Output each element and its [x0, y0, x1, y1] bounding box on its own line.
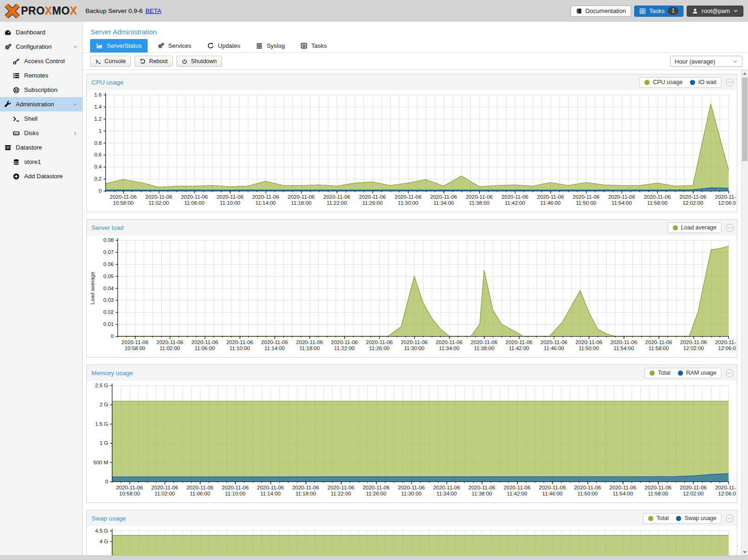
svg-text:11:22:00: 11:22:00: [331, 491, 351, 496]
legend-item-total[interactable]: Total: [648, 515, 669, 521]
legend-item-total[interactable]: Total: [650, 370, 670, 376]
svg-text:11:02:00: 11:02:00: [160, 345, 180, 351]
chart-legend: CPU usageIO wait: [639, 77, 722, 88]
svg-text:11:58:00: 11:58:00: [647, 200, 668, 206]
legend-item-load-average[interactable]: Load average: [673, 224, 716, 231]
svg-text:11:06:00: 11:06:00: [184, 200, 205, 206]
svg-text:2020-11-06: 2020-11-06: [430, 194, 457, 200]
svg-text:11:02:00: 11:02:00: [155, 491, 175, 496]
scroll-up-arrow-icon[interactable]: [741, 70, 748, 77]
shutdown-button[interactable]: Shutdown: [176, 56, 222, 67]
svg-text:2020-11-06: 2020-11-06: [468, 485, 495, 490]
svg-text:2020-11-06: 2020-11-06: [401, 339, 428, 345]
svg-text:2020-11-06: 2020-11-06: [501, 194, 528, 200]
svg-text:0.2: 0.2: [94, 176, 102, 182]
chevron-right-icon: [72, 130, 78, 136]
proxmox-x-icon: [5, 4, 20, 18]
svg-text:11:18:00: 11:18:00: [295, 491, 316, 496]
svg-text:12:02:00: 12:02:00: [683, 491, 704, 496]
svg-text:11:50:00: 11:50:00: [576, 200, 596, 206]
memory-usage-chart: 0500 M1 G1.5 G2 G2.5 G2020-11-0610:58:00…: [88, 382, 736, 501]
svg-text:2020-11-06: 2020-11-06: [574, 485, 601, 490]
collapse-panel-icon[interactable]: [726, 369, 734, 377]
svg-text:2020-11-06: 2020-11-06: [540, 339, 567, 345]
terminal-icon: [95, 59, 101, 65]
sidebar-item-administration[interactable]: Administration: [0, 97, 82, 111]
legend-item-ram-usage[interactable]: RAM usage: [678, 370, 716, 376]
svg-text:2020-11-06: 2020-11-06: [122, 339, 149, 345]
documentation-button[interactable]: Documentation: [571, 6, 631, 17]
svg-text:2020-11-06: 2020-11-06: [608, 194, 635, 200]
tab-bar: ServerStatusServicesUpdatesSyslogTasks: [83, 39, 748, 53]
svg-text:2020-11-06: 2020-11-06: [296, 339, 323, 345]
bottom-edge-strip: [0, 555, 748, 560]
svg-text:2020-11-06: 2020-11-06: [366, 339, 393, 345]
tab-tasks[interactable]: Tasks: [294, 39, 332, 52]
svg-text:2020-11-06: 2020-11-06: [537, 194, 564, 200]
sidebar-item-add-datastore[interactable]: Add Datastore: [0, 169, 82, 183]
sidebar-item-shell[interactable]: Shell: [0, 111, 82, 126]
sidebar-item-store1[interactable]: store1: [0, 155, 82, 169]
beta-link[interactable]: BETA: [145, 7, 161, 14]
sidebar-item-subscription[interactable]: Subscription: [0, 83, 82, 97]
reboot-button[interactable]: Reboot: [135, 56, 173, 67]
svg-text:0.05: 0.05: [104, 273, 114, 279]
svg-text:2020-11-06: 2020-11-06: [609, 485, 636, 490]
server-load-chart: 00.010.020.030.040.050.060.070.082020-11…: [88, 236, 736, 356]
legend-item-io-wait[interactable]: IO wait: [690, 79, 716, 85]
svg-text:2020-11-06: 2020-11-06: [187, 485, 214, 490]
svg-text:2020-11-06: 2020-11-06: [644, 194, 671, 200]
tasks-count-badge: 1: [668, 7, 678, 15]
life-ring-icon: [13, 86, 20, 94]
tasks-button[interactable]: Tasks 1: [634, 6, 683, 17]
svg-text:2020-11-06: 2020-11-06: [151, 485, 178, 490]
legend-item-cpu-usage[interactable]: CPU usage: [644, 79, 683, 85]
svg-text:11:50:00: 11:50:00: [579, 345, 599, 351]
svg-text:2020-11-06: 2020-11-06: [288, 194, 315, 200]
svg-text:11:38:00: 11:38:00: [472, 491, 492, 496]
proxmox-wordmark: PROXMOX: [21, 5, 77, 17]
user-icon: [692, 8, 698, 14]
console-button[interactable]: Console: [90, 56, 131, 67]
legend-dot-icon: [676, 516, 681, 521]
svg-text:11:42:00: 11:42:00: [507, 491, 527, 496]
terminal-icon: [13, 115, 20, 123]
vertical-scrollbar[interactable]: [741, 70, 748, 555]
svg-text:0.03: 0.03: [104, 297, 114, 303]
tab-syslog[interactable]: Syslog: [250, 39, 291, 52]
tab-serverstatus[interactable]: ServerStatus: [90, 39, 148, 52]
collapse-panel-icon[interactable]: [726, 78, 734, 86]
sidebar-item-label: Add Datastore: [24, 173, 63, 180]
collapse-panel-icon[interactable]: [726, 514, 734, 522]
disk-icon: [13, 130, 20, 137]
legend-item-swap-usage[interactable]: Swap usage: [676, 515, 716, 521]
scrollbar-thumb[interactable]: [742, 78, 748, 161]
app-header: PROXMOX Backup Server 0.9-6 BETA Documen…: [0, 0, 748, 22]
sidebar-item-access-control[interactable]: Access Control: [0, 54, 82, 68]
undo-icon: [140, 59, 146, 65]
svg-text:0.8: 0.8: [94, 140, 102, 146]
legend-dot-icon: [648, 516, 653, 521]
svg-text:0: 0: [105, 479, 108, 484]
svg-text:2020-11-06: 2020-11-06: [395, 194, 422, 200]
tachometer-icon: [4, 29, 12, 36]
svg-text:2020-11-06: 2020-11-06: [715, 194, 736, 200]
panel-cpu-usage: CPU usageCPU usageIO wait00.20.40.60.811…: [86, 74, 737, 212]
tab-services[interactable]: Services: [151, 39, 197, 52]
sidebar-item-datastore[interactable]: Datastore: [0, 140, 82, 155]
sidebar-item-remotes[interactable]: Remotes: [0, 68, 82, 83]
sidebar-item-dashboard[interactable]: Dashboard: [0, 25, 82, 39]
scroll-down-arrow-icon[interactable]: [741, 549, 748, 555]
user-menu-button[interactable]: root@pam: [687, 6, 743, 17]
timeframe-select[interactable]: Hour (average): [670, 56, 742, 67]
sidebar-item-configuration[interactable]: Configuration: [0, 39, 82, 54]
svg-text:2020-11-06: 2020-11-06: [506, 339, 533, 345]
sidebar-item-label: Dashboard: [16, 29, 46, 36]
svg-text:0.6: 0.6: [94, 152, 102, 157]
tab-updates[interactable]: Updates: [201, 39, 246, 52]
collapse-panel-icon[interactable]: [726, 224, 734, 232]
panel-server-load: Server loadLoad average00.010.020.030.04…: [86, 219, 737, 358]
sidebar-item-disks[interactable]: Disks: [0, 126, 82, 140]
panel-memory-usage: Memory usageTotalRAM usage0500 M1 G1.5 G…: [86, 365, 737, 503]
svg-text:11:14:00: 11:14:00: [264, 345, 285, 351]
